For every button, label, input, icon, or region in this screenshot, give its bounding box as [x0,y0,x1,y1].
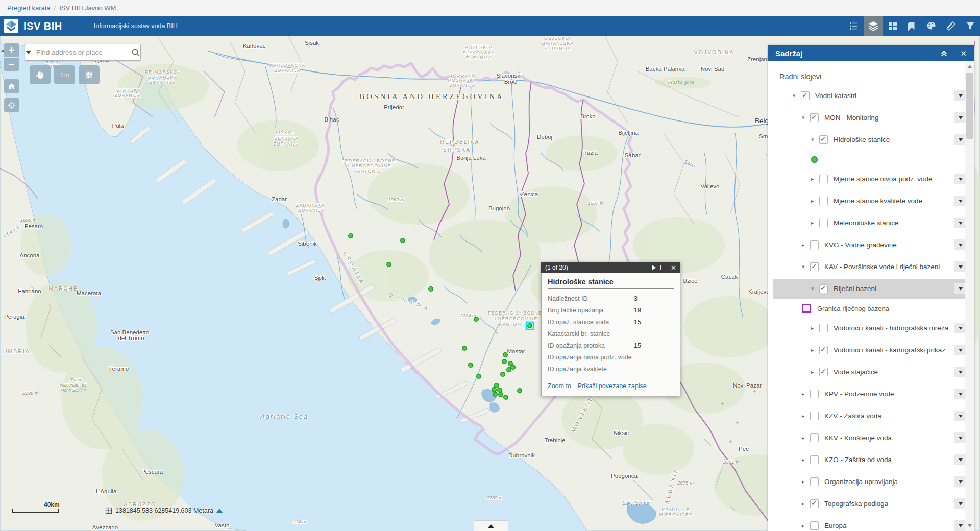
zoom-to-scale-button[interactable]: 1:n [54,65,75,84]
scroll-down-icon[interactable] [965,522,974,530]
layer-row-kav-povr-inske-vode-i-rije-ni-bazeni[interactable]: ▾KAV - Površinske vode i riječni bazeni [777,256,952,278]
layer-row-mjerne-stanice-nivoa-podz-vode[interactable]: ▸Mjerne stanice nivoa podz. vode [777,168,952,190]
layer-visibility-checkbox[interactable] [810,113,819,122]
measurement-widget-button[interactable] [941,16,961,36]
scroll-up-icon[interactable] [965,62,974,70]
search-input[interactable] [32,44,131,60]
layer-menu-button[interactable] [954,411,965,421]
scrollbar-thumb[interactable] [966,73,973,139]
my-location-button[interactable] [4,98,19,112]
expand-layer-icon[interactable]: ▸ [802,413,810,419]
layer-menu-button[interactable] [954,389,965,399]
layer-menu-button[interactable] [954,520,965,531]
hydro-station-point[interactable] [498,388,502,392]
filter-widget-button[interactable] [961,16,980,36]
layer-row-mjerne-stanice-kvalitete-vode[interactable]: ▸Mjerne stanice kvalitete vode [777,190,952,212]
legend-row[interactable] [777,151,952,168]
layer-visibility-checkbox[interactable] [819,219,828,227]
layer-visibility-checkbox[interactable] [819,175,828,183]
popup-header[interactable]: (1 of 20) ✕ [541,262,680,273]
layer-visibility-checkbox[interactable] [810,412,819,420]
layer-visibility-checkbox[interactable] [810,390,819,398]
breadcrumb-link[interactable]: Pregled karata [7,4,51,12]
hydro-station-point[interactable] [469,363,473,367]
expand-layer-icon[interactable]: ▸ [802,457,810,463]
expand-layer-icon[interactable]: ▸ [802,479,810,485]
expand-layer-icon[interactable]: ▸ [802,523,810,528]
collapse-layer-icon[interactable]: ▾ [811,136,819,143]
layer-visibility-checkbox[interactable] [810,477,819,486]
layer-menu-button[interactable] [954,239,965,250]
panel-scrollbar[interactable] [965,61,974,531]
hydro-station-point[interactable] [495,383,499,388]
hydro-station-point[interactable] [501,372,505,376]
layer-row-topografska-podloga[interactable]: ▸Topografska podloga [777,493,952,515]
layer-visibility-checkbox[interactable] [819,324,828,332]
hydro-station-point[interactable] [349,234,353,238]
hydro-station-point[interactable] [511,365,515,369]
expand-layer-icon[interactable]: ▸ [811,198,819,204]
hydro-station-point[interactable] [492,388,496,392]
zoom-in-button[interactable]: + [4,43,19,57]
layer-row-europa[interactable]: ▸Europa [777,515,952,531]
hydro-station-point[interactable] [504,395,508,399]
expand-layer-icon[interactable]: ▸ [811,347,819,353]
layer-row-vodotoci-i-kanali-hidrografska-mre-a[interactable]: ▸Vodotoci i kanali - hidrografska mreža [777,317,952,339]
hydro-station-point[interactable] [429,287,433,291]
hydro-station-point[interactable] [477,374,481,378]
layer-menu-button[interactable] [954,454,965,465]
layer-visibility-checkbox[interactable] [819,346,828,354]
layer-row-kvg-vodne-gra-evine[interactable]: ▸KVG - Vodne građevine [777,234,952,256]
expand-layer-icon[interactable]: ▸ [802,391,810,397]
layer-row-kkv-kori-tenje-voda[interactable]: ▸KKV - Korištenje voda [777,427,952,449]
search-source-dropdown[interactable] [25,44,32,60]
selected-hydro-station-point[interactable] [528,324,532,328]
zoom-out-button[interactable]: − [4,58,19,71]
hydro-station-point[interactable] [503,353,507,357]
layer-visibility-checkbox[interactable] [810,499,819,508]
layer-menu-button[interactable] [954,174,965,184]
legend-widget-button[interactable] [844,16,864,36]
layer-menu-button[interactable] [954,112,965,123]
layer-visibility-checkbox[interactable] [810,521,819,530]
hydro-station-point[interactable] [401,238,405,243]
hydro-station-point[interactable] [387,262,391,267]
layer-row-vodotoci-i-kanali-kartografski-prikaz[interactable]: ▸Vodotoci i kanali - kartografski prikaz [777,339,952,361]
collapse-layer-icon[interactable]: ▾ [811,285,819,292]
popup-zoom-to-link[interactable]: Zoom to [548,382,571,390]
layer-visibility-checkbox[interactable] [810,262,819,271]
layer-row-vodni-katastri[interactable]: ▾Vodni katastri [777,85,952,107]
layer-menu-button[interactable] [954,323,965,333]
expand-layer-icon[interactable]: ▸ [811,369,819,375]
home-button[interactable] [4,79,19,93]
layer-visibility-checkbox[interactable] [810,240,819,249]
popup-maximize-button[interactable] [660,265,666,270]
hydro-station-point[interactable] [499,393,503,397]
layer-row-meteorolo-ke-stanice[interactable]: ▸Meteorološke stanice [777,212,952,234]
layer-menu-button[interactable] [954,498,965,509]
layer-visibility-checkbox[interactable] [819,135,828,144]
layer-visibility-checkbox[interactable] [810,433,819,442]
layer-visibility-checkbox[interactable] [819,197,828,205]
hydro-station-point[interactable] [502,359,506,364]
layer-row-kpv-podzemne-vode[interactable]: ▸KPV - Podzemne vode [777,383,952,405]
layer-visibility-checkbox[interactable] [819,368,828,376]
layer-row-kzv-za-tita-voda[interactable]: ▸KZV - Zaštita voda [777,405,952,427]
bookmark-widget-button[interactable] [902,16,922,36]
layer-row-organizacija-upravljanja[interactable]: ▸Organizacija upravljanja [777,471,952,493]
coordinate-widget[interactable]: 1381845.583 6285419.603 Metara [105,507,223,514]
expand-layer-icon[interactable]: ▸ [811,220,819,226]
collapse-panel-icon[interactable] [940,50,948,57]
layer-row-rije-ni-bazeni[interactable]: ▾Riječni bazeni [777,278,952,300]
popup-next-button[interactable] [652,265,656,270]
layer-list-widget-button[interactable] [864,16,883,36]
attribute-table-tab[interactable] [474,520,508,531]
expand-layer-icon[interactable]: ▸ [802,501,810,506]
collapse-layer-icon[interactable]: ▾ [802,114,810,121]
popup-related-records-link[interactable]: Prikaži povezane zapise [578,382,647,390]
expand-layer-icon[interactable]: ▸ [811,176,819,182]
expand-layer-icon[interactable]: ▸ [802,242,810,248]
layer-row-kzo-za-tita-od-voda[interactable]: ▸KZO - Zaštita od voda [777,449,952,471]
close-panel-icon[interactable]: ✕ [960,50,967,57]
basemap-gallery-widget-button[interactable] [883,16,902,36]
